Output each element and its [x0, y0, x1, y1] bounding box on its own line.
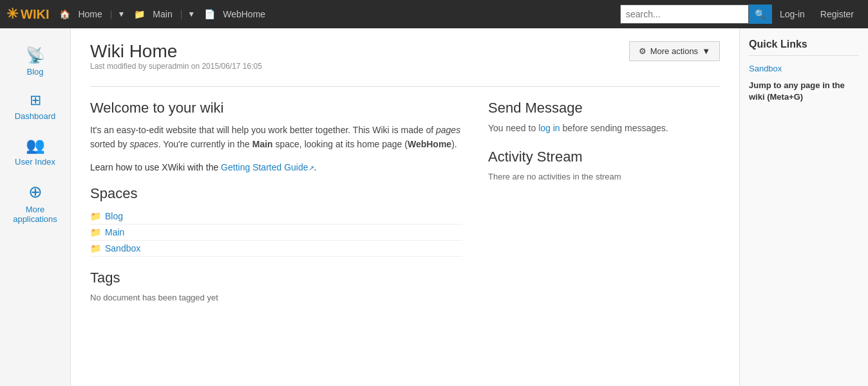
activity-stream-section: Activity Stream There are no activities … — [488, 149, 720, 181]
register-link[interactable]: Register — [813, 9, 862, 19]
space-link-sandbox[interactable]: Sandbox — [105, 243, 140, 253]
spaces-section: Spaces 📁 Blog 📁 Main 📁 Sandbox — [90, 185, 462, 257]
no-tags-text: No document has been tagged yet — [90, 293, 462, 302]
page-title: Wiki Home — [90, 41, 262, 62]
folder-icon-sandbox: 📁 — [90, 243, 101, 253]
welcome-text-4: space, looking at its home page ( — [273, 139, 408, 149]
sidebar-item-more-apps[interactable]: ⊕ More applications — [0, 174, 70, 232]
activity-heading: Activity Stream — [488, 149, 720, 165]
logo[interactable]: ✳ WIKI — [6, 6, 49, 23]
logo-asterisk: ✳ — [6, 6, 18, 23]
sidebar: 📡 Blog ⊞ Dashboard 👥 User Index ⊕ More a… — [0, 28, 71, 386]
main-emphasis: Main — [252, 139, 273, 149]
sidebar-blog-label: Blog — [26, 67, 43, 77]
spaces-heading: Spaces — [90, 185, 462, 202]
top-navigation: ✳ WIKI 🏠 Home | ▼ 📁 Main | ▼ 📄 WebHome 🔍… — [0, 0, 868, 28]
folder-icon-blog: 📁 — [90, 211, 101, 221]
page-icon-webhome: 📄 — [204, 9, 215, 19]
tags-heading: Tags — [90, 270, 462, 286]
list-item: 📁 Blog — [90, 208, 462, 225]
sidebar-dashboard-label: Dashboard — [15, 111, 56, 121]
sidebar-moreapps-label: More applications — [5, 205, 65, 224]
logo-text: WIKI — [21, 7, 49, 22]
getting-started-link[interactable]: Getting Started Guide — [221, 162, 308, 172]
jump-desc: Jump to any page in the wiki (Meta+G) — [749, 80, 845, 102]
nav-webhome[interactable]: WebHome — [216, 0, 272, 28]
sidebar-item-blog[interactable]: 📡 Blog — [0, 39, 70, 84]
dashboard-icon: ⊞ — [30, 92, 41, 109]
space-list: 📁 Blog 📁 Main 📁 Sandbox — [90, 208, 462, 257]
send-message-text-2: before sending messages. — [560, 123, 668, 133]
quick-link-jump: Jump to any page in the wiki (Meta+G) — [749, 80, 859, 103]
main-content: Wiki Home Last modified by superadmin on… — [71, 28, 739, 386]
sidebar-item-dashboard[interactable]: ⊞ Dashboard — [0, 84, 70, 129]
getting-started-period: . — [314, 162, 317, 172]
search-icon: 🔍 — [755, 9, 766, 19]
more-actions-button[interactable]: ⚙ More actions ▼ — [629, 41, 720, 61]
search-button[interactable]: 🔍 — [749, 5, 772, 24]
welcome-text-5: ). — [451, 139, 457, 149]
home-icon: 🏠 — [59, 9, 70, 19]
left-column: Welcome to your wiki It's an easy-to-edi… — [90, 100, 462, 302]
welcome-text-3: . You're currently in the — [158, 139, 252, 149]
main-dropdown-btn[interactable]: ▼ — [184, 0, 199, 28]
sidebar-userindex-label: User Index — [15, 157, 55, 167]
page-header: Wiki Home Last modified by superadmin on… — [90, 41, 720, 81]
list-item: 📁 Sandbox — [90, 241, 462, 257]
nav-main[interactable]: Main — [146, 0, 178, 28]
page-title-area: Wiki Home Last modified by superadmin on… — [90, 41, 262, 81]
welcome-text-1: It's an easy-to-edit website that will h… — [90, 125, 436, 135]
getting-started-prefix: Learn how to use XWiki with the — [90, 162, 221, 172]
right-column: Send Message You need to log in before s… — [488, 100, 720, 302]
quick-links-heading: Quick Links — [749, 39, 859, 56]
welcome-text-2: sorted by — [90, 139, 129, 149]
search-input[interactable] — [620, 5, 749, 24]
send-message-section: Send Message You need to log in before s… — [488, 100, 720, 133]
user-index-icon: 👥 — [26, 136, 45, 154]
quick-links-panel: Quick Links Sandbox Jump to any page in … — [739, 28, 868, 386]
activity-no-activities: There are no activities in the stream — [488, 172, 720, 181]
page-divider — [90, 86, 720, 87]
last-modified-text: Last modified by superadmin on 2015/06/1… — [90, 62, 262, 71]
nav-separator-2: | — [179, 9, 184, 19]
blog-icon: 📡 — [26, 46, 45, 64]
space-link-main[interactable]: Main — [105, 227, 124, 237]
send-message-heading: Send Message — [488, 100, 720, 116]
send-message-desc: You need to log in before sending messag… — [488, 123, 720, 133]
send-message-text-1: You need to — [488, 123, 538, 133]
dropdown-arrow-icon: ▼ — [702, 46, 710, 56]
gear-icon: ⚙ — [639, 46, 646, 56]
last-modified: Last modified by superadmin on 2015/06/1… — [90, 62, 262, 71]
login-link-inline[interactable]: log in — [538, 123, 560, 133]
spaces-emphasis: spaces — [129, 139, 158, 149]
login-link[interactable]: Log-in — [772, 9, 813, 19]
folder-icon-main: 📁 — [90, 227, 101, 237]
getting-started-para: Learn how to use XWiki with the Getting … — [90, 162, 462, 172]
tags-section: Tags No document has been tagged yet — [90, 270, 462, 302]
webhome-emphasis: WebHome — [408, 139, 451, 149]
folder-icon-main: 📁 — [134, 9, 145, 19]
content-columns: Welcome to your wiki It's an easy-to-edi… — [90, 100, 720, 302]
more-apps-icon: ⊕ — [28, 182, 42, 202]
external-link-icon: ↗ — [308, 164, 314, 172]
search-area: 🔍 Log-in Register — [620, 5, 862, 24]
space-link-blog[interactable]: Blog — [105, 211, 123, 221]
quick-link-sandbox: Sandbox — [749, 64, 859, 73]
nav-separator-1: | — [109, 9, 114, 19]
home-dropdown-btn[interactable]: ▼ — [113, 0, 129, 28]
nav-home[interactable]: Home — [71, 0, 108, 28]
pages-emphasis: pages — [436, 125, 460, 135]
welcome-heading: Welcome to your wiki — [90, 100, 462, 116]
sidebar-item-user-index[interactable]: 👥 User Index — [0, 129, 70, 174]
sandbox-link[interactable]: Sandbox — [749, 64, 782, 73]
welcome-text: It's an easy-to-edit website that will h… — [90, 123, 462, 152]
list-item: 📁 Main — [90, 225, 462, 241]
main-layout: 📡 Blog ⊞ Dashboard 👥 User Index ⊕ More a… — [0, 28, 868, 386]
more-actions-label: More actions — [650, 46, 698, 56]
